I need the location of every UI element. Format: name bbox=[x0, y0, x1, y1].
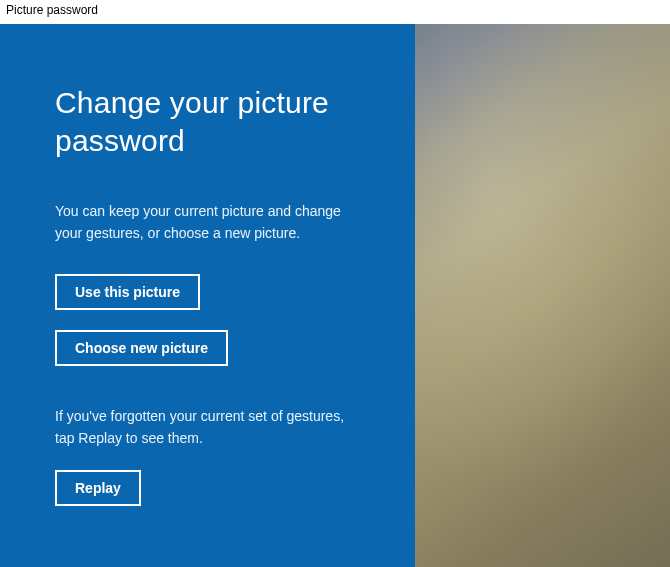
window-titlebar: Picture password bbox=[0, 0, 670, 24]
page-heading: Change your picture password bbox=[55, 84, 360, 159]
instruction-panel: Change your picture password You can kee… bbox=[0, 24, 415, 567]
choose-new-picture-button[interactable]: Choose new picture bbox=[55, 330, 228, 366]
replay-button[interactable]: Replay bbox=[55, 470, 141, 506]
background-picture bbox=[415, 24, 670, 567]
intro-text: You can keep your current picture and ch… bbox=[55, 201, 345, 244]
picture-preview bbox=[415, 24, 670, 567]
use-this-picture-button[interactable]: Use this picture bbox=[55, 274, 200, 310]
replay-hint-text: If you've forgotten your current set of … bbox=[55, 406, 345, 449]
window-title: Picture password bbox=[6, 3, 98, 17]
main-area: Change your picture password You can kee… bbox=[0, 24, 670, 567]
